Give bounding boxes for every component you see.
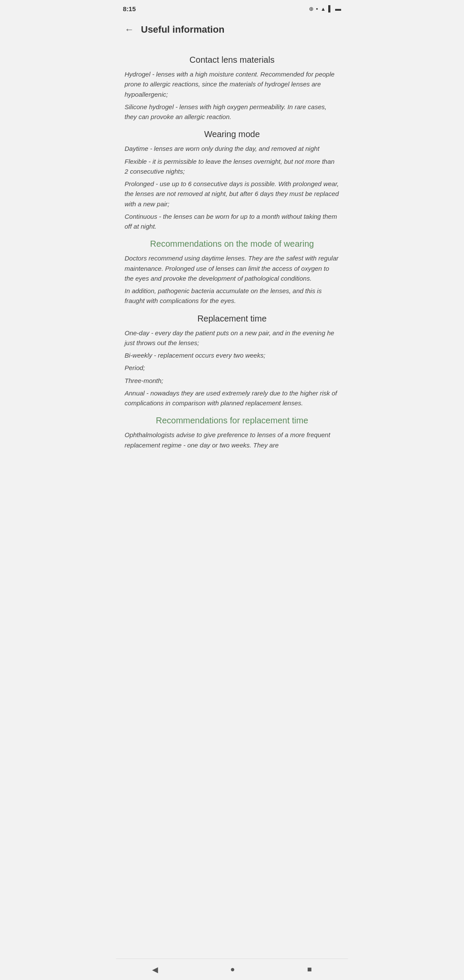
para-daytime: Daytime - lenses are worn only during th…	[125, 144, 339, 153]
para-annual: Annual - nowadays they are used extremel…	[125, 388, 339, 408]
status-icons	[309, 5, 341, 12]
status-bar: 8:15	[116, 0, 348, 17]
para-bacteria: In addition, pathogenic bacteria accumul…	[125, 286, 339, 306]
para-period: Period;	[125, 363, 339, 373]
toolbar: ← Useful information	[116, 17, 348, 44]
sd-icon	[316, 5, 318, 12]
heading-replacement-time: Replacement time	[125, 314, 339, 324]
para-one-day: One-day - every day the patient puts on …	[125, 328, 339, 348]
para-continuous: Continuous - the lenses can be worn for …	[125, 211, 339, 232]
para-hydrogel: Hydrogel - lenses with a high moisture c…	[125, 69, 339, 99]
heading-wearing-mode: Wearing mode	[125, 129, 339, 139]
para-silicone: Silicone hydrogel - lenses with high oxy…	[125, 102, 339, 122]
signal-icon	[328, 5, 333, 12]
heading-recommendations-replacement: Recommendations for replacement time	[125, 416, 339, 426]
heading-recommendations-wearing: Recommendations on the mode of wearing	[125, 239, 339, 249]
para-bi-weekly: Bi-weekly - replacement occurs every two…	[125, 350, 339, 360]
para-three-month: Three-month;	[125, 376, 339, 386]
perm-icon	[309, 5, 314, 12]
para-prolonged: Prolonged - use up to 6 consecutive days…	[125, 179, 339, 209]
page-title: Useful information	[141, 24, 224, 35]
wifi-icon	[321, 5, 326, 12]
para-ophthalmologists: Ophthalmologists advise to give preferen…	[125, 430, 339, 450]
para-doctors-recommend: Doctors recommend using daytime lenses. …	[125, 253, 339, 283]
para-flexible: Flexible - it is permissible to leave th…	[125, 156, 339, 177]
status-time: 8:15	[123, 5, 136, 12]
main-content: Contact lens materials Hydrogel - lenses…	[116, 44, 348, 470]
battery-icon	[335, 5, 341, 12]
heading-contact-lens-materials: Contact lens materials	[125, 55, 339, 65]
back-button[interactable]: ←	[123, 22, 136, 37]
